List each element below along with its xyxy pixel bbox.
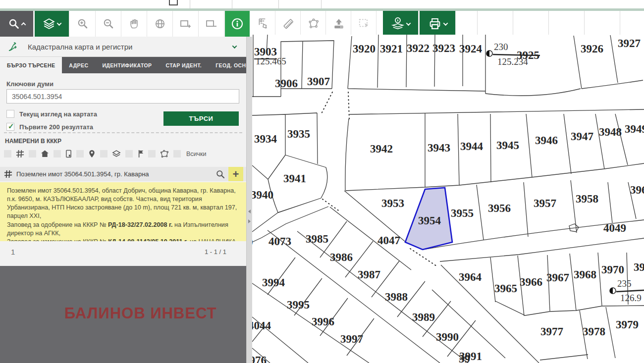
map-label-4044: 4044 — [252, 319, 271, 332]
zoom-in-button[interactable] — [70, 11, 96, 37]
filter-checkbox-building[interactable] — [29, 150, 36, 157]
chevron-down-icon — [406, 21, 411, 26]
map-label-3964: 3964 — [459, 271, 482, 284]
filter-checkbox-layers[interactable] — [100, 150, 107, 157]
add-result-button[interactable]: + — [228, 167, 243, 181]
ruler-button[interactable] — [276, 11, 301, 37]
current-view-checkbox[interactable]: ✓ — [6, 110, 14, 118]
tab-address[interactable]: АДРЕС — [62, 57, 95, 73]
measure-distance-button[interactable] — [251, 11, 275, 37]
window-icon — [169, 0, 178, 5]
map-label-3934: 3934 — [254, 133, 277, 146]
tab-quick-search[interactable]: БЪРЗО ТЪРСЕНЕ — [0, 57, 62, 73]
upload-button[interactable] — [326, 11, 351, 37]
result-details-approval: Заповед за одобрение на КККР № РД-18-32/… — [7, 221, 239, 238]
results-pagination: 1 1 - 1 / 1 — [0, 241, 246, 266]
filter-checkbox-parcel[interactable] — [4, 150, 11, 157]
browser-strip — [0, 0, 644, 8]
print-button[interactable] — [420, 11, 456, 37]
chevron-down-icon — [57, 21, 62, 26]
zoom-box-in-button[interactable] — [173, 11, 199, 37]
map-label-396: 396 — [630, 184, 644, 197]
map-label-3996: 3996 — [312, 315, 334, 328]
result-type-filters: Всички — [4, 150, 207, 158]
info-button[interactable] — [225, 11, 250, 37]
map-label-3940: 3940 — [252, 189, 273, 202]
map-canvas[interactable]: 3903125.46539063907392039213922392339242… — [252, 35, 644, 363]
strip-divider — [232, 0, 232, 8]
toolbar-filler — [456, 11, 644, 35]
sidebar-resize-handle[interactable] — [246, 37, 252, 363]
service-selector[interactable]: Кадастрална карта и регистри — [0, 37, 246, 57]
first200-checkbox-row[interactable]: ✓ Първите 200 резултата — [6, 123, 93, 131]
expand-right-icon[interactable] — [248, 219, 251, 223]
parcel-grid-icon — [16, 150, 24, 158]
zoom-out-button[interactable] — [96, 11, 121, 37]
first200-checkbox[interactable]: ✓ — [6, 123, 14, 131]
zoom-box-in-icon — [179, 18, 192, 30]
strip-divider — [321, 0, 322, 8]
map-label-3923: 3923 — [432, 42, 455, 55]
app: Кадастрална карта и регистри БЪРЗО ТЪРСЕ… — [0, 0, 644, 363]
filter-checkbox-zone[interactable] — [148, 150, 156, 157]
map-label-3954: 3954 — [418, 214, 441, 227]
map-label-125.465: 125.465 — [256, 56, 286, 67]
filter-checkbox-scheme[interactable] — [54, 150, 61, 157]
tab-old-identifier[interactable]: СТАР ИДЕНТ. — [159, 57, 209, 73]
page-number[interactable]: 1 — [11, 248, 15, 256]
tab-identifier[interactable]: ИДЕНТИФИКАТОР — [95, 57, 159, 73]
filter-checkbox-flag[interactable] — [125, 150, 133, 157]
current-view-checkbox-row[interactable]: ✓ Текущ изглед на картата — [6, 110, 97, 118]
select-box-button[interactable] — [352, 11, 376, 37]
map-label-3907: 3907 — [307, 75, 330, 88]
zoom-in-icon — [77, 18, 89, 30]
route-icon — [8, 41, 21, 52]
search-submit-button[interactable]: ТЪРСИ — [163, 111, 239, 126]
map-label-3922: 3922 — [407, 42, 429, 55]
collapse-left-icon[interactable] — [248, 209, 251, 213]
measure-area-button[interactable] — [301, 11, 326, 37]
zoom-to-result-icon[interactable] — [215, 169, 225, 179]
map-label-3997: 3997 — [340, 333, 363, 346]
first200-label: Първите 200 резултата — [19, 123, 93, 131]
globe-icon — [154, 18, 166, 30]
parcel-grid-icon — [4, 170, 12, 178]
current-view-label: Текущ изглед на картата — [19, 110, 97, 118]
pan-button[interactable] — [122, 11, 147, 37]
full-extent-button[interactable] — [148, 11, 173, 37]
search-tabs: БЪРЗО ТЪРСЕНЕ АДРЕС ИДЕНТИФИКАТОР СТАР И… — [0, 57, 246, 73]
upload-icon — [332, 17, 345, 30]
keywords-input[interactable] — [6, 89, 239, 104]
zoom-box-out-button[interactable] — [199, 11, 224, 37]
map-label-4047: 4047 — [377, 234, 400, 247]
map-label-3976: 3976 — [252, 354, 267, 363]
strip-divider — [278, 0, 279, 8]
map-label-125.234: 125.234 — [497, 56, 528, 67]
map-label-3978: 3978 — [583, 325, 605, 338]
layers-button[interactable] — [35, 11, 69, 37]
map-toolbar — [0, 11, 644, 37]
map-label-4073: 4073 — [268, 235, 291, 248]
map-label-3948: 3948 — [599, 126, 622, 139]
map-label-3947: 3947 — [571, 130, 593, 143]
page-range: 1 - 1 / 1 — [205, 248, 226, 256]
filter-checkbox-all[interactable] — [173, 150, 181, 157]
map-label-3949: 3949 — [625, 123, 644, 136]
map-label-3989: 3989 — [412, 311, 435, 324]
search-icon — [8, 18, 20, 30]
map-label-3977: 3977 — [540, 325, 563, 338]
map-label-3926: 3926 — [581, 43, 603, 55]
keywords-label: Ключови думи — [6, 80, 54, 88]
sidebar-empty-area: БАЛИНОВ ИНВЕСТ — [0, 266, 246, 363]
zoom-out-icon — [103, 18, 114, 30]
search-panel-button[interactable] — [0, 11, 34, 37]
pan-hand-icon — [128, 18, 140, 30]
filter-checkbox-point[interactable] — [76, 150, 84, 157]
print-icon — [428, 17, 442, 31]
map-label-9: 9 — [252, 236, 253, 249]
map-label-3920: 3920 — [353, 43, 376, 55]
result-list-item[interactable]: Поземлен имот 35064.501.3954, гр. Каварн… — [0, 167, 246, 181]
map-label-3979: 3979 — [616, 318, 639, 331]
map-label-3988: 3988 — [385, 291, 408, 304]
legend-button[interactable] — [383, 11, 419, 37]
